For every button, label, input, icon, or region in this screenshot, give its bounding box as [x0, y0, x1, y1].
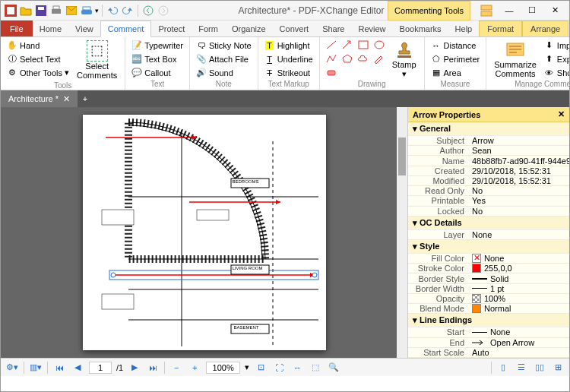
prop-readonly[interactable]: Read OnlyNo [408, 186, 569, 196]
close-button[interactable]: ✕ [543, 3, 566, 18]
polygon-tool[interactable] [340, 52, 354, 65]
prop-opacity[interactable]: Opacity100% [408, 294, 569, 304]
tab-help[interactable]: Help [448, 21, 480, 36]
tab-view[interactable]: View [68, 21, 100, 36]
zoom-in-icon[interactable]: + [188, 361, 201, 375]
sidebar-toggle-icon[interactable]: ▥▾ [29, 361, 43, 375]
tab-organize[interactable]: Organize [225, 21, 273, 36]
zoom-selection-icon[interactable]: 🔍 [327, 361, 340, 375]
stamp-button[interactable]: Stamp ▾ [389, 39, 420, 80]
undo-icon[interactable] [106, 4, 119, 17]
prop-printable[interactable]: PrintableYes [408, 196, 569, 206]
sound-tool[interactable]: 🔊Sound [195, 66, 253, 79]
layout-facing-icon[interactable]: ▯▯ [533, 361, 546, 375]
tab-share[interactable]: Share [315, 21, 351, 36]
section-general[interactable]: ▾ General [408, 122, 569, 136]
line-tool[interactable] [325, 39, 338, 51]
summarize-comments-button[interactable]: Summarize Comments [491, 39, 540, 80]
arrow-tool[interactable] [340, 39, 354, 51]
tab-form[interactable]: Form [192, 21, 225, 36]
section-style[interactable]: ▾ Style [408, 240, 569, 254]
tab-bookmarks[interactable]: Bookmarks [393, 21, 448, 36]
print-icon[interactable] [49, 4, 63, 17]
layout-facing-cont-icon[interactable]: ⊞ [551, 361, 565, 375]
tab-protect[interactable]: Protect [151, 21, 192, 36]
document-view[interactable]: BEDROOMS LIVING ROOM BASEMENT [1, 107, 407, 358]
close-panel-icon[interactable]: ✕ [558, 109, 565, 119]
oval-tool[interactable] [372, 39, 386, 51]
mail-icon[interactable] [65, 4, 78, 17]
fit-visible-icon[interactable]: ⬚ [309, 361, 322, 375]
tab-arrange[interactable]: Arrange [522, 21, 568, 36]
forward-icon[interactable] [157, 4, 170, 17]
last-page-icon[interactable]: ⏭ [146, 361, 160, 375]
prop-start-ending[interactable]: StartNone [408, 327, 569, 337]
section-line-endings[interactable]: ▾ Line Endings [408, 314, 569, 327]
polyline-tool[interactable] [325, 52, 338, 65]
prop-start-scale[interactable]: Start ScaleAuto [408, 348, 569, 358]
prop-subject[interactable]: SubjectArrow [408, 136, 569, 146]
zoom-actual-icon[interactable]: ⊡ [254, 361, 268, 375]
zoom-input[interactable] [206, 362, 240, 374]
import-comments[interactable]: ⬇Import [543, 39, 570, 52]
tab-comment[interactable]: Comment [100, 21, 152, 37]
fit-page-icon[interactable]: ⛶ [272, 361, 286, 375]
callout-tool[interactable]: 💬Callout [130, 66, 185, 79]
select-text-tool[interactable]: ⒾSelect Text [5, 52, 71, 65]
textbox-tool[interactable]: 🔤Text Box [130, 52, 185, 65]
zoom-out-icon[interactable]: − [169, 361, 183, 375]
prop-name[interactable]: Name48b88fb7-ad90-41ff-944e99cb... [408, 156, 569, 166]
prop-stroke-color[interactable]: Stroke Color255,0,0 [408, 264, 569, 273]
typewriter-tool[interactable]: 📝Typewriter [130, 39, 185, 52]
highlight-tool[interactable]: THighlight [263, 39, 315, 52]
export-comments[interactable]: ⬆Export [543, 52, 570, 65]
fit-width-icon[interactable]: ↔ [290, 361, 304, 375]
underline-tool[interactable]: TUnderline [263, 52, 315, 65]
perimeter-tool[interactable]: ⬠Perimeter [429, 52, 482, 65]
eraser-tool[interactable] [325, 66, 338, 78]
show-comments-dropdown[interactable]: 👁Show ▾ [543, 66, 570, 79]
back-icon[interactable] [141, 4, 155, 17]
layout-single-icon[interactable]: ▯ [496, 361, 510, 375]
tab-convert[interactable]: Convert [273, 21, 316, 36]
strikeout-tool[interactable]: TStrikeout [263, 66, 315, 79]
sticky-note-tool[interactable]: 🗨Sticky Note [195, 39, 253, 52]
tab-review[interactable]: Review [351, 21, 392, 36]
prev-page-icon[interactable]: ◀ [71, 361, 84, 375]
distance-tool[interactable]: ↔Distance [429, 39, 482, 52]
options-gear-icon[interactable]: ⚙▾ [5, 361, 19, 375]
page-number-input[interactable] [89, 362, 112, 374]
prop-locked[interactable]: LockedNo [408, 207, 569, 217]
other-tools-dropdown[interactable]: ⚙Other Tools ▾ [5, 66, 71, 79]
prop-layer[interactable]: LayerNone [408, 230, 569, 240]
first-page-icon[interactable]: ⏮ [52, 361, 66, 375]
close-tab-icon[interactable]: ✕ [63, 94, 70, 104]
tab-format[interactable]: Format [479, 21, 522, 36]
maximize-button[interactable]: ☐ [521, 3, 543, 18]
prop-blend-mode[interactable]: Blend ModeNormal [408, 304, 569, 314]
next-page-icon[interactable]: ▶ [128, 361, 141, 375]
scan-icon[interactable] [80, 4, 93, 17]
app-icon[interactable] [4, 4, 17, 17]
minimize-button[interactable]: — [498, 3, 521, 18]
pencil-tool[interactable] [372, 52, 386, 65]
rect-tool[interactable] [356, 39, 370, 51]
add-tab-button[interactable]: + [78, 90, 93, 107]
redo-icon[interactable] [121, 4, 135, 17]
cloud-tool[interactable] [356, 52, 370, 65]
open-icon[interactable] [19, 4, 33, 17]
prop-end-ending[interactable]: EndOpen Arrow [408, 338, 569, 348]
save-icon[interactable] [34, 4, 48, 17]
tab-file[interactable]: File [1, 21, 33, 36]
vertical-scrollbar[interactable] [397, 107, 407, 358]
prop-fill-color[interactable]: Fill Color✕None [408, 254, 569, 264]
hand-tool[interactable]: ✋Hand [5, 39, 71, 52]
prop-author[interactable]: AuthorSean [408, 146, 569, 156]
prop-border-width[interactable]: Border Width1 pt [408, 284, 569, 294]
tab-home[interactable]: Home [33, 21, 68, 36]
select-comments-button[interactable]: ⬚Select Comments [74, 39, 120, 81]
layout-continuous-icon[interactable]: ☰ [515, 361, 528, 375]
document-tab[interactable]: Architecture *✕ [1, 90, 78, 107]
prop-border-style[interactable]: Border StyleSolid [408, 273, 569, 283]
ui-options-icon[interactable] [475, 3, 498, 18]
